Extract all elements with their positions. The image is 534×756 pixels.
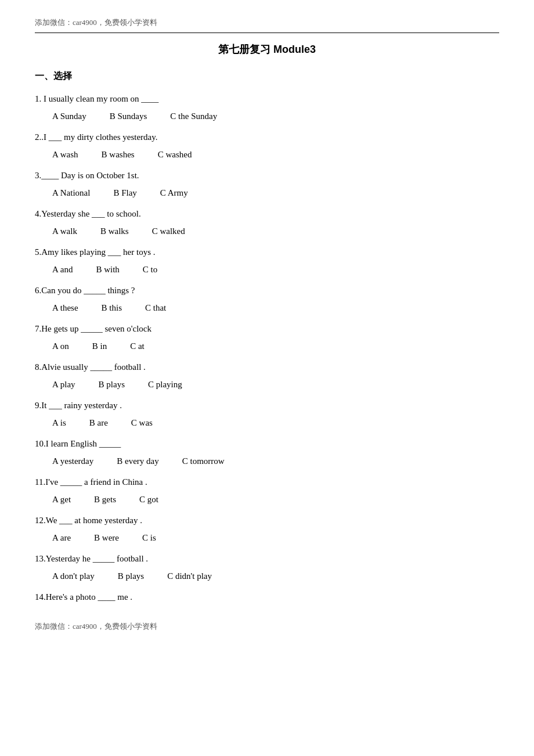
question-options-2: A washB washesC washed [35,147,499,161]
option-13-2: C didn't play [167,569,212,583]
question-options-4: A walkB walksC walked [35,224,499,238]
option-10-2: C tomorrow [182,454,225,468]
option-1-0: A Sunday [52,109,86,123]
question-stem-10: 10.I learn English _____ [35,437,499,451]
question-block-3: 3.____ Day is on October 1st.A NationalB… [35,168,499,200]
option-1-1: B Sundays [110,109,147,123]
option-12-1: B were [94,531,119,545]
option-10-1: B every day [117,454,158,468]
question-block-9: 9.It ___ rainy yesterday .A isB areC was [35,398,499,430]
option-6-1: B this [102,301,122,315]
question-options-10: A yesterdayB every dayC tomorrow [35,454,499,468]
question-stem-14: 14.Here's a photo ____ me . [35,590,499,604]
option-4-2: C walked [152,224,185,238]
question-stem-6: 6.Can you do _____ things ? [35,283,499,297]
question-stem-5: 5.Amy likes playing ___ her toys . [35,245,499,259]
option-6-2: C that [145,301,166,315]
question-block-2: 2..I ___ my dirty clothes yesterday.A wa… [35,130,499,161]
question-block-6: 6.Can you do _____ things ?A theseB this… [35,283,499,315]
page-title: 第七册复习 Module3 [35,42,499,56]
question-block-14: 14.Here's a photo ____ me . [35,590,499,604]
question-options-12: A areB wereC is [35,531,499,545]
option-2-1: B washes [102,147,135,161]
question-block-5: 5.Amy likes playing ___ her toys .A andB… [35,245,499,276]
question-stem-12: 12.We ___ at home yesterday . [35,513,499,527]
question-stem-8: 8.Alvie usually _____ football . [35,360,499,374]
question-options-6: A theseB thisC that [35,301,499,315]
question-stem-3: 3.____ Day is on October 1st. [35,168,499,182]
question-options-1: A SundayB SundaysC the Sunday [35,109,499,123]
option-1-2: C the Sunday [170,109,217,123]
option-3-2: C Army [160,186,188,200]
question-stem-13: 13.Yesterday he _____ football . [35,552,499,566]
option-9-0: A is [52,416,66,430]
option-8-1: B plays [99,377,125,391]
option-3-1: B Flay [113,186,136,200]
question-options-9: A isB areC was [35,416,499,430]
option-11-2: C got [139,492,158,506]
question-block-4: 4.Yesterday she ___ to school.A walkB wa… [35,207,499,238]
option-7-2: C at [130,339,145,353]
option-8-0: A play [52,377,75,391]
option-4-0: A walk [52,224,77,238]
option-2-2: C washed [158,147,192,161]
question-options-5: A andB withC to [35,262,499,276]
question-block-8: 8.Alvie usually _____ football .A playB … [35,360,499,391]
watermark-bottom: 添加微信：car4900，免费领小学资料 [35,621,499,632]
option-7-0: A on [52,339,69,353]
question-block-10: 10.I learn English _____A yesterdayB eve… [35,437,499,468]
question-stem-1: 1. I usually clean my room on ____ [35,92,499,106]
option-2-0: A wash [52,147,78,161]
question-block-13: 13.Yesterday he _____ football .A don't … [35,552,499,583]
question-options-11: A getB getsC got [35,492,499,506]
question-block-7: 7.He gets up _____ seven o'clockA onB in… [35,322,499,353]
question-stem-4: 4.Yesterday she ___ to school. [35,207,499,221]
option-7-1: B in [92,339,107,353]
question-stem-11: 11.I've _____ a friend in China . [35,475,499,489]
option-3-0: A National [52,186,90,200]
option-9-1: B are [89,416,108,430]
option-4-1: B walks [100,224,129,238]
option-10-0: A yesterday [52,454,93,468]
option-11-0: A get [52,492,71,506]
option-13-1: B plays [118,569,144,583]
option-9-2: C was [131,416,153,430]
section-title: 一、选择 [35,70,499,82]
option-6-0: A these [52,301,78,315]
question-options-7: A onB inC at [35,339,499,353]
option-13-0: A don't play [52,569,95,583]
question-block-12: 12.We ___ at home yesterday .A areB were… [35,513,499,545]
option-5-1: B with [96,262,119,276]
option-8-2: C playing [148,377,182,391]
watermark-top: 添加微信：car4900，免费领小学资料 [35,17,499,28]
question-options-8: A playB playsC playing [35,377,499,391]
option-12-0: A are [52,531,71,545]
question-block-11: 11.I've _____ a friend in China .A getB … [35,475,499,506]
question-stem-9: 9.It ___ rainy yesterday . [35,398,499,412]
question-stem-2: 2..I ___ my dirty clothes yesterday. [35,130,499,144]
option-12-2: C is [142,531,156,545]
option-11-1: B gets [94,492,116,506]
question-options-13: A don't playB playsC didn't play [35,569,499,583]
question-stem-7: 7.He gets up _____ seven o'clock [35,322,499,336]
question-options-3: A NationalB FlayC Army [35,186,499,200]
option-5-0: A and [52,262,73,276]
divider [35,33,499,33]
option-5-2: C to [143,262,157,276]
questions-container: 1. I usually clean my room on ____A Sund… [35,92,499,604]
question-block-1: 1. I usually clean my room on ____A Sund… [35,92,499,123]
